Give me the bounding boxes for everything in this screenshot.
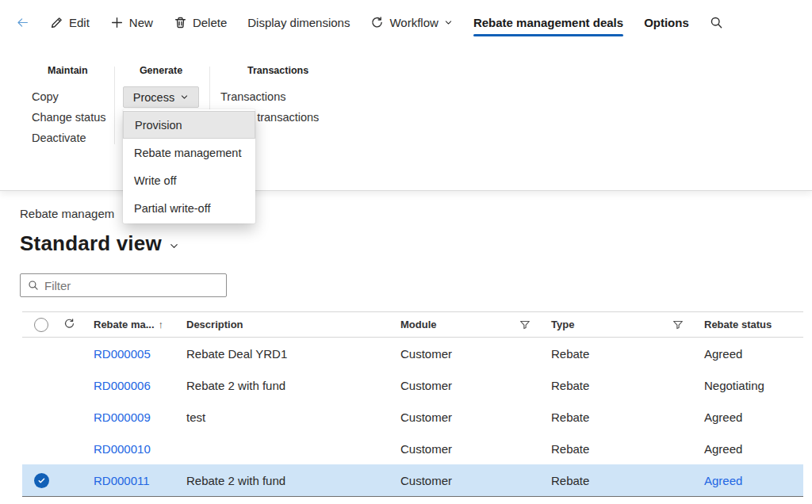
cell-type: Rebate (542, 474, 695, 487)
cell-module: Customer (391, 347, 542, 361)
delete-label: Delete (193, 16, 227, 29)
table-row[interactable]: RD000006 Rebate 2 with fund Customer Reb… (22, 369, 803, 401)
cell-module: Customer (391, 379, 542, 392)
pencil-icon (50, 16, 63, 29)
deactivate-button[interactable]: Deactivate (32, 128, 106, 148)
view-selector[interactable]: Standard view (20, 231, 179, 256)
table-row[interactable]: RD000010 Customer Rebate Agreed (22, 433, 803, 464)
cell-module: Customer (391, 410, 542, 424)
deal-id-link[interactable]: RD000009 (94, 410, 151, 424)
cell-type: Rebate (542, 442, 695, 456)
transactions-button[interactable]: Transactions (220, 86, 319, 107)
workflow-label: Workflow (389, 16, 438, 29)
new-label: New (129, 16, 153, 29)
search-button[interactable] (710, 16, 723, 29)
back-button[interactable] (16, 16, 29, 29)
group-title-maintain: Maintain (32, 65, 106, 76)
arrow-left-icon (16, 16, 29, 29)
chevron-down-icon (169, 241, 179, 251)
cell-type: Rebate (542, 410, 695, 424)
cell-type: Rebate (542, 379, 695, 392)
group-title-generate: Generate (123, 65, 199, 76)
cell-module: Customer (391, 442, 542, 456)
process-dropdown: ProvisionRebate managementWrite offParti… (123, 109, 255, 223)
group-generate: Generate Process (123, 65, 199, 108)
new-button[interactable]: New (110, 16, 153, 29)
trash-icon (174, 16, 187, 29)
column-label: Module (400, 319, 437, 330)
cell-rebate-status: Agreed (695, 474, 803, 487)
change-status-button[interactable]: Change status (32, 107, 106, 128)
row-checkbox[interactable] (34, 473, 49, 488)
cell-type: Rebate (542, 347, 695, 361)
process-label: Process (133, 91, 174, 104)
chevron-down-icon (444, 18, 453, 27)
column-label: Type (551, 319, 574, 330)
cell-description: Rebate 2 with fund (177, 379, 391, 392)
grid-body: RD000005 Rebate Deal YRD1 Customer Rebat… (22, 338, 803, 496)
delete-button[interactable]: Delete (174, 16, 227, 29)
table-row[interactable]: RD000005 Rebate Deal YRD1 Customer Rebat… (22, 338, 803, 369)
sort-ascending-icon: ↑ (159, 319, 164, 330)
deals-grid: Rebate ma... ↑ Description Module Type R… (22, 311, 803, 497)
process-menu-item[interactable]: Provision (123, 111, 255, 139)
options-label: Options (644, 16, 689, 29)
cell-description: test (177, 410, 391, 424)
group-maintain: Maintain Copy Change status Deactivate (32, 65, 106, 148)
column-header-module[interactable]: Module (391, 319, 542, 330)
active-tab-label: Rebate management deals (473, 16, 623, 29)
check-icon (36, 475, 47, 486)
cell-rebate-status: Agreed (695, 347, 803, 361)
display-dimensions-label: Display dimensions (247, 16, 350, 29)
filter-input[interactable] (44, 279, 219, 292)
chevron-down-icon (180, 93, 189, 101)
cell-rebate-status: Agreed (695, 442, 803, 456)
workflow-sync-icon (370, 16, 384, 29)
cell-rebate-status: Negotiating (695, 379, 803, 392)
search-icon (28, 280, 39, 291)
process-menu-item[interactable]: Partial write-off (123, 194, 255, 222)
action-pane-flyout: Maintain Copy Change status Deactivate G… (0, 44, 812, 191)
display-dimensions-button[interactable]: Display dimensions (247, 16, 350, 29)
column-header-description[interactable]: Description (177, 319, 391, 330)
edit-button[interactable]: Edit (50, 16, 90, 29)
select-all-checkbox[interactable] (34, 318, 48, 332)
view-title: Standard view (20, 231, 162, 256)
workflow-button[interactable]: Workflow (370, 16, 452, 29)
refresh-icon[interactable] (63, 318, 75, 330)
filter-funnel-icon[interactable] (519, 319, 530, 330)
group-title-transactions: Transactions (220, 65, 319, 76)
column-label: Rebate ma... (94, 319, 155, 330)
column-header-type[interactable]: Type (542, 319, 695, 330)
filter-funnel-icon[interactable] (672, 319, 684, 330)
filter-box (20, 273, 227, 297)
deal-id-link[interactable]: RD000010 (94, 442, 151, 456)
plus-icon (110, 16, 124, 29)
deal-id-link[interactable]: RD000006 (94, 379, 151, 392)
deal-id-link[interactable]: RD000005 (94, 347, 151, 361)
top-toolbar: Edit New Delete Display dimensions Workf… (0, 0, 812, 44)
column-label: Rebate status (704, 319, 772, 330)
cell-module: Customer (391, 474, 542, 487)
cell-rebate-status: Agreed (695, 410, 803, 424)
tab-options[interactable]: Options (644, 16, 689, 29)
process-dropdown-button[interactable]: Process (123, 86, 199, 108)
copy-button[interactable]: Copy (32, 86, 106, 107)
table-row[interactable]: RD000011 Rebate 2 with fund Customer Reb… (22, 464, 803, 496)
cell-description: Rebate 2 with fund (177, 474, 391, 487)
grid-header: Rebate ma... ↑ Description Module Type R… (22, 311, 803, 338)
search-icon (710, 16, 723, 29)
group-divider (114, 67, 115, 144)
page-subtitle: Rebate managem (20, 207, 114, 220)
deal-id-link[interactable]: RD000011 (94, 474, 150, 487)
edit-label: Edit (69, 16, 90, 29)
column-header-rebate-status[interactable]: Rebate status (695, 319, 803, 330)
cell-description: Rebate Deal YRD1 (177, 347, 391, 361)
process-menu-item[interactable]: Rebate management (123, 139, 255, 166)
column-label: Description (186, 319, 243, 330)
column-header-rebate-id[interactable]: Rebate ma... ↑ (84, 319, 177, 330)
table-row[interactable]: RD000009 test Customer Rebate Agreed (22, 401, 803, 433)
process-menu-item[interactable]: Write off (123, 166, 255, 194)
tab-rebate-management-deals[interactable]: Rebate management deals (473, 16, 623, 29)
